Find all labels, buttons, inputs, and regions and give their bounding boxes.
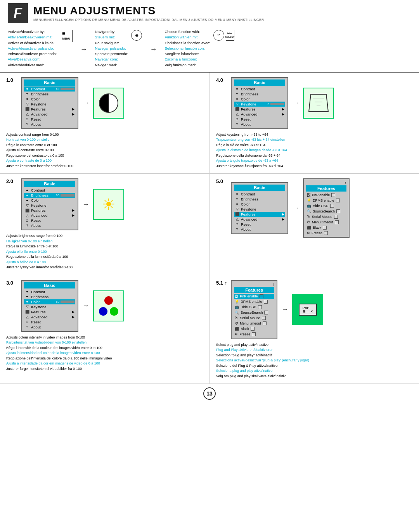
pnp-51-checkbox bbox=[260, 294, 263, 298]
hideosd-checkbox bbox=[330, 204, 334, 208]
features-51-pnp: 🖼 PnP enable bbox=[234, 294, 274, 299]
contrast-icon: ● bbox=[25, 87, 29, 91]
menu-5-brightness: ✦ Brightness bbox=[234, 197, 285, 202]
section-4-number: 4.0 bbox=[216, 77, 227, 83]
menu-3-reset: ⊙ Reset bbox=[24, 320, 75, 325]
activer-label: Activer et désactiver à l'aide: bbox=[8, 40, 57, 46]
choose-block: Choose function with: Funktion wählen mi… bbox=[164, 29, 234, 68]
features-freeze: ❄ Freeze bbox=[306, 230, 346, 235]
features-serial-mouse: 🖱 Serial Mouse bbox=[306, 214, 346, 219]
features-title: Features bbox=[306, 185, 346, 192]
advanced-icon: △ bbox=[25, 112, 29, 116]
f-letter-box: F bbox=[8, 3, 28, 23]
section-2-header: 2.0 Basic ● Contrast ✦ Brightness 60 bbox=[6, 178, 203, 230]
section-1-menu: Basic ● Contrast 60 ✦ Brightness bbox=[21, 77, 78, 129]
features-51-serial-mouse: 🖱 Serial Mouse bbox=[234, 316, 274, 321]
menu-2-features: ⬛ Features ▶ bbox=[24, 208, 75, 213]
section-4-desc: Adjust keystoning from -63 to +64 Trapez… bbox=[216, 132, 413, 169]
section-3-desc: Adjusts colour intensity in video images… bbox=[6, 335, 203, 372]
features-icon: ⬛ bbox=[25, 107, 29, 111]
activar-label: Activar/desactivar pulsando: bbox=[8, 46, 57, 51]
features-items-list: 🖼 PnP enable 💡 DPMS enable 📺 Hide OSD bbox=[306, 192, 346, 235]
keystone-svg bbox=[307, 92, 330, 114]
section-2-desc: Adjusts brightness range from 0-100 Hell… bbox=[6, 233, 203, 270]
section-1-number: 1.0 bbox=[6, 77, 17, 83]
menu-4-color: ● Color bbox=[234, 97, 285, 102]
navigate-label: Navigate by: bbox=[95, 29, 128, 35]
menu-3-about: ? About bbox=[24, 325, 75, 330]
sun-icon: ☀ bbox=[102, 195, 116, 213]
menu-5-color: ● Color bbox=[234, 202, 285, 207]
navegar2-label: Navegar com: bbox=[95, 57, 128, 62]
section-5-header: 5.0 Basic ● Contrast ✦ Brightness ● Co bbox=[216, 178, 413, 238]
brightness-icon-2: ✦ bbox=[25, 193, 29, 197]
hideosd-51-checkbox bbox=[258, 305, 262, 309]
nav-instructions: Activate/deactivate by: Aktivieren/Deakt… bbox=[0, 25, 419, 73]
advanced-icon-4: △ bbox=[235, 112, 239, 116]
about-icon: ? bbox=[25, 122, 29, 126]
features-51-black: ⬛ Black bbox=[234, 326, 274, 332]
nav-arrow-1: → bbox=[80, 44, 87, 55]
activate-text: Activate/deactivate by: Aktivieren/Deakt… bbox=[8, 29, 57, 68]
section-2-arrow: → bbox=[82, 200, 89, 209]
serialmouse-51-checkbox bbox=[262, 316, 266, 320]
escolha-label: Escolha a funcoom: bbox=[164, 57, 210, 62]
naviger-label: Naviger med: bbox=[95, 62, 128, 68]
features-arrow-4: ▶ bbox=[282, 107, 284, 111]
section-3-preview bbox=[93, 290, 124, 321]
section-3-number: 3.0 bbox=[6, 280, 17, 286]
seleccionar-label: Seleccionar función con: bbox=[164, 46, 210, 51]
features-arrow: ▶ bbox=[72, 107, 74, 111]
pnp-checkbox bbox=[331, 193, 335, 197]
select-icon-round: ↵ bbox=[213, 30, 224, 41]
menu-item-about: ? About bbox=[24, 122, 75, 127]
scegliere-label: Scegliere lafunzione: bbox=[164, 51, 210, 57]
advanced-icon-2: △ bbox=[25, 214, 29, 218]
black-checkbox bbox=[323, 226, 327, 230]
color-icon: ● bbox=[25, 97, 29, 101]
aktivieren-label: Aktivieren/Deaktivieren mit: bbox=[8, 35, 57, 40]
section-51-desc: Select plug and play activ/inactive Plug… bbox=[216, 342, 413, 379]
page-number-container: 13 bbox=[0, 384, 419, 403]
features-icon-2: ⬛ bbox=[25, 209, 29, 212]
section-4: 4.0 Basic ● Contrast ✦ Brightness ● Co bbox=[210, 73, 419, 174]
section-4-body: Basic ● Contrast ✦ Brightness ● Color ▽ bbox=[231, 77, 334, 129]
features-51-menu-timeout: ⏱ Menu timeout bbox=[234, 321, 274, 326]
section-3-menu-title: Basic bbox=[24, 282, 75, 288]
menu-item-keystone: ▽ Keystone bbox=[24, 102, 75, 107]
features-hide-osd: 📺 Hide OSD bbox=[306, 203, 346, 208]
steuern-label: Steuern mit: bbox=[95, 35, 128, 40]
select-label2: SELECT bbox=[225, 35, 235, 39]
advanced-arrow: ▶ bbox=[72, 112, 74, 116]
features-51-source-search: 🔍 SourceSearch bbox=[234, 310, 274, 315]
features-51-hide-osd: 📺 Hide OSD bbox=[234, 305, 274, 310]
menu-3-contrast: ● Contrast bbox=[24, 289, 75, 294]
menu-item-advanced: △ Advanced ▶ bbox=[24, 112, 75, 117]
keystone-icon-4: ▽ bbox=[235, 102, 239, 106]
sourcesearch-checkbox bbox=[336, 209, 340, 213]
section-1-arrow: → bbox=[82, 99, 89, 107]
section-4-menu-title: Basic bbox=[234, 79, 285, 86]
page-title: MENU ADJUSTMENTS bbox=[33, 5, 264, 17]
section-5-number: 5.0 bbox=[216, 178, 227, 184]
section-51-number: 5.1 ↑ bbox=[216, 280, 227, 286]
navigate-text: Navigate by: Steuern mit: Pour naviguer:… bbox=[95, 29, 128, 68]
choose-label: Choose function with: bbox=[164, 29, 210, 35]
section-2-preview: ☀ bbox=[93, 189, 124, 220]
menutimeout-51-checkbox bbox=[263, 321, 267, 325]
header-subtitles: MENÜEINSTELLUNGEN OPTIONS DE MENU MENÚ D… bbox=[33, 18, 264, 22]
menu-5-advanced: △ Advanced ▶ bbox=[234, 217, 285, 222]
section-1-menu-title: Basic bbox=[24, 79, 75, 86]
menu-4-reset: ⊙ Reset bbox=[234, 117, 285, 122]
features-51-title: Features bbox=[234, 287, 274, 293]
select-label: Select bbox=[227, 32, 234, 35]
choisissez-label: Choisissez la fonction avec: bbox=[164, 40, 210, 46]
features-menu-timeout: ⏱ Menu timeout bbox=[306, 219, 346, 225]
menu-3-color-selected: ● Color 60 bbox=[24, 299, 75, 304]
features-51-items: 🖼 PnP enable 💡 DPMS enable 📺 Hide OSD bbox=[234, 294, 274, 337]
section-3-arrow: → bbox=[82, 302, 89, 310]
brightness-icon-4: ✦ bbox=[235, 92, 239, 96]
section-51: 5.1 ↑ ↑ Features 🖼 PnP enable 💡 bbox=[210, 275, 419, 384]
attivare-label: Attivare/disattivare premendo: bbox=[8, 51, 57, 57]
menu-5-keystone: ▽ Keystone bbox=[234, 207, 285, 212]
